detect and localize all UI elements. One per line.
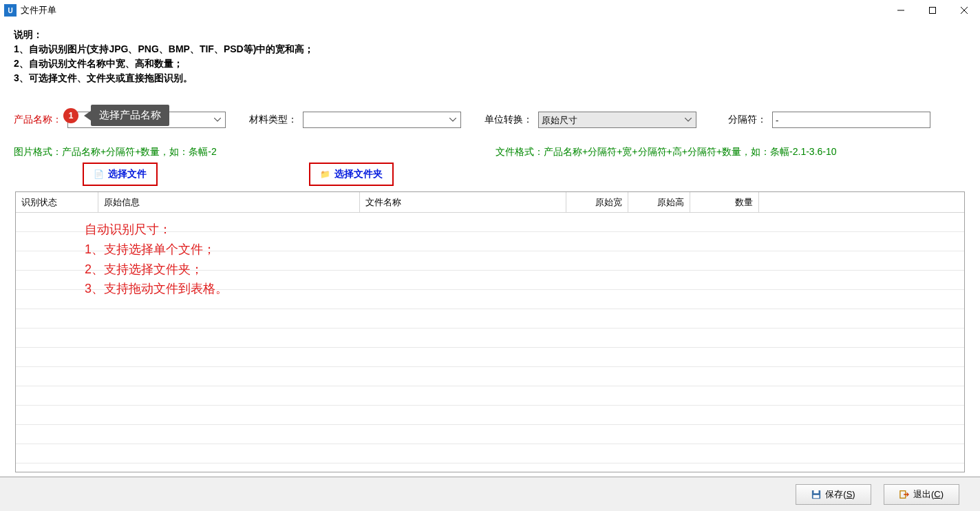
unit-label: 单位转换： xyxy=(484,114,533,126)
table-row[interactable] xyxy=(16,271,964,290)
exit-button[interactable]: 退出(C) xyxy=(884,484,959,505)
col-qty[interactable]: 数量 xyxy=(690,192,759,212)
instructions-line-2: 2、自动识别文件名称中宽、高和数量； xyxy=(14,56,966,71)
app-icon: U xyxy=(4,4,17,17)
save-button[interactable]: 保存(S) xyxy=(796,484,871,505)
table-body[interactable] xyxy=(16,213,964,463)
table-row[interactable] xyxy=(16,444,964,463)
select-folder-button[interactable]: 📁 选择文件夹 xyxy=(309,163,394,186)
table-row[interactable] xyxy=(16,213,964,232)
col-original-info[interactable]: 原始信息 xyxy=(98,192,360,212)
material-select[interactable] xyxy=(303,112,461,128)
separator-label: 分隔符： xyxy=(728,114,767,126)
col-width[interactable]: 原始宽 xyxy=(566,192,628,212)
exit-label: 退出(C) xyxy=(913,488,944,501)
save-icon xyxy=(811,490,821,499)
titlebar: U 文件开单 xyxy=(0,0,980,21)
table-row[interactable] xyxy=(16,348,964,367)
table-row[interactable] xyxy=(16,309,964,328)
window-title: 文件开单 xyxy=(21,4,885,17)
exit-icon xyxy=(899,490,909,499)
svg-rect-5 xyxy=(814,490,819,492)
table-row[interactable] xyxy=(16,232,964,251)
material-label: 材料类型： xyxy=(249,114,297,126)
file-button-row: 📄 选择文件 📁 选择文件夹 xyxy=(83,163,966,186)
callout-text: 选择产品名称 xyxy=(91,105,169,126)
callout-arrow-icon xyxy=(84,111,91,121)
separator-input[interactable] xyxy=(772,112,930,128)
table-row[interactable] xyxy=(16,290,964,309)
col-height[interactable]: 原始高 xyxy=(628,192,690,212)
save-label: 保存(S) xyxy=(825,488,855,501)
callout-tooltip: 1 选择产品名称 xyxy=(63,105,169,126)
window-controls xyxy=(885,0,980,21)
table-row[interactable] xyxy=(16,328,964,348)
select-folder-label: 选择文件夹 xyxy=(334,168,383,180)
callout-badge: 1 xyxy=(63,108,78,123)
unit-select[interactable]: 原始尺寸 xyxy=(538,112,696,128)
footer: 保存(S) 退出(C) xyxy=(0,477,980,511)
instructions-line-3: 3、可选择文件、文件夹或直接拖图识别。 xyxy=(14,71,966,85)
data-table: 识别状态 原始信息 文件名称 原始宽 原始高 数量 自动识别尺寸： 1、支持选择 xyxy=(15,191,965,472)
file-format-hint: 文件格式：产品名称+分隔符+宽+分隔符+高+分隔符+数量，如：条幅-2.1-3.… xyxy=(496,146,837,158)
folder-icon: 📁 xyxy=(320,169,330,179)
svg-rect-6 xyxy=(813,494,820,497)
image-format-hint: 图片格式：产品名称+分隔符+数量，如：条幅-2 xyxy=(14,146,496,158)
table-row[interactable] xyxy=(16,386,964,406)
close-button[interactable] xyxy=(948,0,980,21)
select-file-label: 选择文件 xyxy=(108,168,147,180)
table-header: 识别状态 原始信息 文件名称 原始宽 原始高 数量 xyxy=(16,192,964,213)
minimize-button[interactable] xyxy=(885,0,917,21)
table-row[interactable] xyxy=(16,425,964,444)
instructions-line-1: 1、自动识别图片(支持JPG、PNG、BMP、TIF、PSD等)中的宽和高； xyxy=(14,42,966,56)
maximize-button[interactable] xyxy=(917,0,948,21)
select-file-button[interactable]: 📄 选择文件 xyxy=(83,163,158,186)
col-spacer xyxy=(759,192,964,212)
product-label: 产品名称： xyxy=(14,114,62,126)
instructions: 说明： 1、自动识别图片(支持JPG、PNG、BMP、TIF、PSD等)中的宽和… xyxy=(14,28,966,85)
table-row[interactable] xyxy=(16,251,964,271)
hint-row: 图片格式：产品名称+分隔符+数量，如：条幅-2 文件格式：产品名称+分隔符+宽+… xyxy=(14,146,966,158)
svg-rect-1 xyxy=(930,8,936,14)
col-status[interactable]: 识别状态 xyxy=(16,192,98,212)
file-icon: 📄 xyxy=(94,169,104,179)
table-row[interactable] xyxy=(16,367,964,386)
instructions-heading: 说明： xyxy=(14,28,966,42)
table-row[interactable] xyxy=(16,406,964,425)
col-filename[interactable]: 文件名称 xyxy=(360,192,566,212)
